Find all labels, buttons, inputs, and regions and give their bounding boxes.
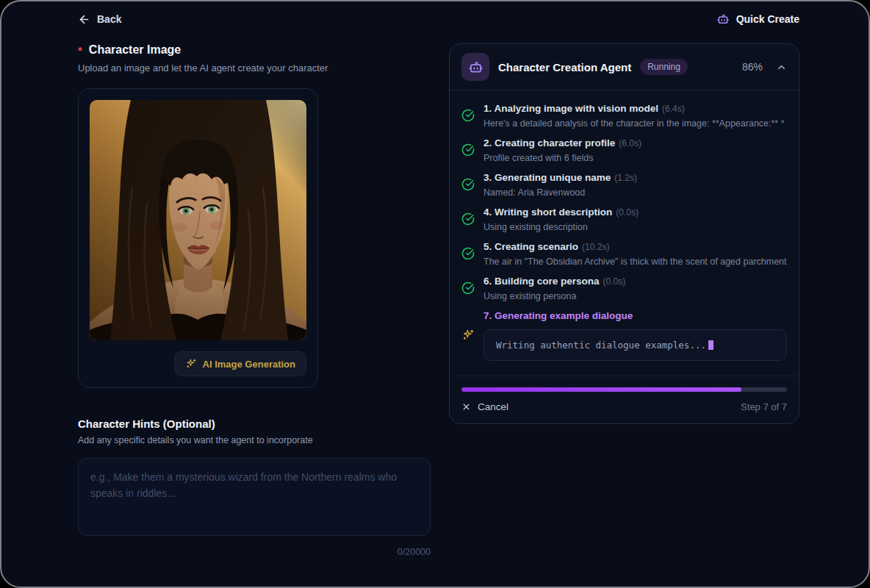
required-asterisk: *: [78, 45, 82, 56]
step-detail: Using existing description: [483, 222, 787, 232]
step-title: 1. Analyzing image with vision model: [483, 103, 658, 114]
step-status-icon: [461, 171, 475, 198]
agent-step: 7. Generating example dialogue Writing a…: [461, 309, 787, 361]
main-content: * Character Image Upload an image and le…: [1, 26, 869, 557]
step-duration: (0.0s): [603, 276, 626, 287]
agent-step: 1. Analyzing image with vision model(6.4…: [461, 101, 787, 129]
character-hints-input[interactable]: [78, 458, 431, 536]
agent-step: 5. Creating scenario(10.2s) The air in "…: [461, 240, 787, 267]
step-duration: (6.4s): [662, 104, 685, 114]
character-count: 0/20000: [78, 547, 431, 557]
step-duration: (10.2s): [582, 242, 609, 252]
agent-panel-header: Character Creation Agent Running 86%: [450, 44, 799, 90]
image-upload-card: AI Image Generation: [78, 88, 318, 388]
sparkles-icon: [185, 358, 197, 370]
step-detail: The air in "The Obsidian Archive" is thi…: [483, 257, 787, 267]
robot-icon: [716, 12, 730, 26]
agent-panel-footer: Cancel Step 7 of 7: [450, 376, 799, 423]
left-column: * Character Image Upload an image and le…: [78, 43, 431, 557]
step-counter: Step 7 of 7: [741, 401, 787, 412]
quick-create-button[interactable]: Quick Create: [716, 12, 799, 26]
step-title: 5. Creating scenario: [483, 241, 578, 252]
step-title: 6. Building core persona: [483, 276, 600, 287]
ai-image-generation-button[interactable]: AI Image Generation: [174, 351, 306, 376]
step-status-icon: [461, 102, 475, 129]
step-status-icon: [461, 309, 475, 361]
chevron-up-icon: [776, 62, 787, 73]
app-window: Back Quick Create * Character Image Uplo…: [0, 0, 870, 588]
back-button[interactable]: Back: [78, 13, 121, 26]
step-title: 4. Writing short description: [483, 207, 612, 218]
cancel-button[interactable]: Cancel: [461, 401, 508, 412]
ai-image-generation-label: AI Image Generation: [203, 359, 295, 370]
step-stream-box: Writing authentic dialogue examples...: [483, 329, 787, 361]
step-detail: Here's a detailed analysis of the charac…: [483, 118, 787, 129]
collapse-panel-button[interactable]: [776, 62, 787, 73]
quick-create-label: Quick Create: [736, 13, 799, 25]
agent-steps-list: 1. Analyzing image with vision model(6.4…: [450, 90, 799, 376]
top-bar: Back Quick Create: [1, 1, 869, 26]
step-title: 2. Creating character profile: [483, 137, 615, 148]
progress-percent: 86%: [742, 61, 763, 73]
character-image-title: Character Image: [89, 43, 181, 57]
character-portrait-upload[interactable]: [90, 100, 306, 340]
agent-robot-icon: [461, 53, 489, 81]
agent-panel: Character Creation Agent Running 86% 1. …: [449, 43, 799, 424]
agent-step: 4. Writing short description(0.0s) Using…: [461, 205, 787, 232]
step-duration: (6.0s): [619, 138, 641, 148]
status-badge: Running: [640, 59, 688, 75]
progress-fill: [461, 387, 741, 392]
character-image-subtitle: Upload an image and let the AI agent cre…: [78, 62, 431, 74]
step-duration: (0.0s): [616, 207, 639, 218]
step-status-icon: [461, 240, 475, 267]
step-status-icon: [461, 275, 475, 301]
arrow-left-icon: [78, 13, 90, 26]
agent-step: 3. Generating unique name(1.2s) Named: A…: [461, 171, 787, 198]
step-status-icon: [461, 137, 475, 163]
character-portrait-image: [90, 100, 306, 340]
step-stream-text: Writing authentic dialogue examples...: [496, 340, 706, 351]
close-icon: [461, 402, 471, 412]
step-duration: (1.2s): [614, 173, 637, 183]
step-detail: Profile created with 6 fields: [483, 153, 787, 163]
agent-step: 6. Building core persona(0.0s) Using exi…: [461, 274, 787, 301]
progress-bar: [461, 387, 787, 392]
step-status-icon: [461, 206, 475, 232]
step-detail: Named: Aria Ravenwood: [483, 187, 787, 198]
back-label: Back: [97, 13, 121, 25]
typing-cursor: [708, 340, 713, 350]
character-hints-section: Character Hints (Optional) Add any speci…: [78, 417, 431, 557]
right-column: Character Creation Agent Running 86% 1. …: [449, 43, 799, 424]
character-hints-title: Character Hints (Optional): [78, 417, 431, 430]
step-detail: Using existing persona: [483, 291, 787, 301]
step-title: 3. Generating unique name: [483, 172, 611, 183]
step-title: 7. Generating example dialogue: [483, 310, 633, 321]
agent-step: 2. Creating character profile(6.0s) Prof…: [461, 136, 787, 163]
character-hints-subtitle: Add any specific details you want the ag…: [78, 435, 431, 445]
cancel-label: Cancel: [478, 401, 508, 412]
agent-panel-title: Character Creation Agent: [498, 61, 631, 74]
